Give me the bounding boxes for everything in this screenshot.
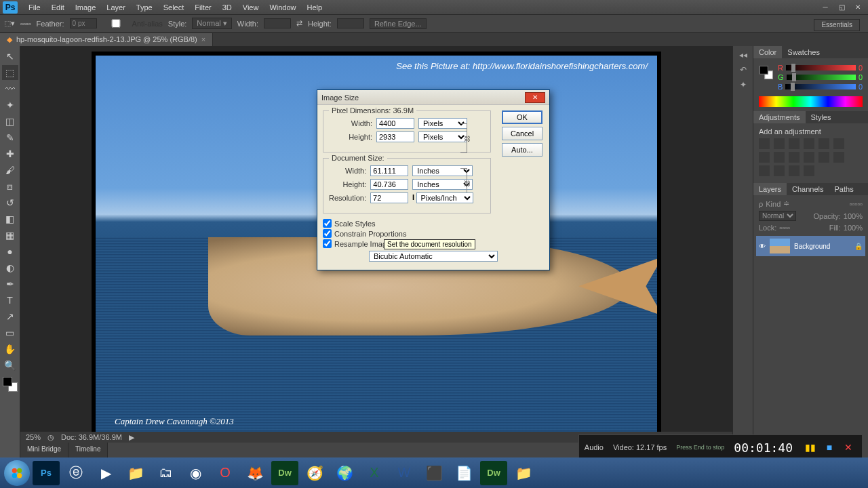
feather-input[interactable]	[70, 18, 97, 28]
menu-file[interactable]: File	[23, 3, 46, 12]
stamp-tool-icon[interactable]: ⧈	[2, 179, 18, 194]
eraser-tool-icon[interactable]: ◧	[2, 211, 18, 226]
marquee-tool-icon[interactable]: ⬚	[2, 65, 18, 80]
tab-mini-bridge[interactable]: Mini Bridge	[20, 443, 68, 458]
refine-edge-button[interactable]: Refine Edge...	[370, 18, 427, 29]
link-icon[interactable]	[460, 123, 467, 153]
blend-mode-select[interactable]: Normal	[759, 211, 796, 221]
pixel-width-input[interactable]	[376, 118, 414, 129]
style-select[interactable]: Normal ▾	[192, 18, 232, 29]
menu-view[interactable]: View	[237, 3, 264, 12]
document-tab[interactable]: ◆ hp-mosquito-lagoon-redfish-2-13.JPG @ …	[0, 33, 213, 46]
dialog-close-button[interactable]: ✕	[525, 92, 545, 103]
taskbar-app-icon[interactable]: 🧭	[301, 461, 328, 485]
eyedropper-tool-icon[interactable]: ✎	[2, 130, 18, 145]
cancel-record-button[interactable]: ✕	[840, 439, 856, 455]
minimize-button[interactable]: ─	[818, 2, 833, 13]
menu-3d[interactable]: 3D	[217, 3, 237, 12]
menu-edit[interactable]: Edit	[46, 3, 70, 12]
brush-tool-icon[interactable]: 🖌	[2, 163, 18, 178]
taskbar-wmp-icon[interactable]: ▶	[92, 461, 119, 485]
svg-point-2	[12, 473, 17, 478]
scale-styles-checkbox[interactable]	[323, 219, 332, 228]
maximize-button[interactable]: ◱	[834, 2, 849, 13]
start-button[interactable]	[4, 460, 30, 486]
width-input[interactable]	[264, 18, 291, 28]
taskbar-dreamweaver-icon[interactable]: Dw	[271, 461, 298, 485]
resample-checkbox[interactable]	[323, 239, 332, 248]
history-icon[interactable]: ↶	[740, 65, 747, 75]
properties-icon[interactable]: ✦	[740, 80, 747, 89]
type-tool-icon[interactable]: T	[2, 293, 18, 308]
workspace-switcher[interactable]: Essentials	[814, 19, 860, 31]
taskbar-chrome-icon[interactable]: ◉	[182, 461, 209, 485]
close-tab-icon[interactable]: ×	[201, 35, 205, 43]
wand-tool-icon[interactable]: ✦	[2, 98, 18, 113]
menu-type[interactable]: Type	[131, 3, 158, 12]
crop-tool-icon[interactable]: ◫	[2, 114, 18, 129]
pause-button[interactable]: ▮▮	[802, 439, 818, 455]
close-button[interactable]: ✕	[850, 2, 865, 13]
taskbar-excel-icon[interactable]: X	[361, 461, 388, 485]
tab-color[interactable]: Color	[753, 46, 782, 58]
resample-method-select[interactable]: Bicubic Automatic	[369, 251, 498, 262]
constrain-proportions-checkbox[interactable]	[323, 229, 332, 238]
hand-tool-icon[interactable]: ✋	[2, 342, 18, 357]
visibility-icon[interactable]: 👁	[759, 243, 766, 250]
zoom-level[interactable]: 25%	[26, 433, 41, 441]
shape-tool-icon[interactable]: ▭	[2, 325, 18, 340]
history-brush-tool-icon[interactable]: ↺	[2, 195, 18, 210]
tab-layers[interactable]: Layers	[753, 183, 787, 195]
menu-help[interactable]: Help	[302, 3, 328, 12]
pen-tool-icon[interactable]: ✒	[2, 277, 18, 291]
doc-width-input[interactable]	[370, 165, 408, 176]
tab-timeline[interactable]: Timeline	[68, 443, 108, 458]
taskbar-firefox-icon[interactable]: 🦊	[241, 461, 269, 485]
menu-layer[interactable]: Layer	[101, 3, 131, 12]
tab-swatches[interactable]: Swatches	[782, 46, 825, 58]
menu-filter[interactable]: Filter	[189, 3, 216, 12]
taskbar-app-icon[interactable]: 🗂	[152, 461, 179, 485]
taskbar-app-icon[interactable]: 📄	[450, 461, 477, 485]
taskbar-dreamweaver-icon[interactable]: Dw	[480, 461, 507, 485]
doc-height-input[interactable]	[370, 179, 408, 190]
taskbar-word-icon[interactable]: W	[391, 461, 418, 485]
tab-paths[interactable]: Paths	[829, 183, 859, 195]
path-tool-icon[interactable]: ↗	[2, 309, 18, 324]
taskbar-earth-icon[interactable]: 🌍	[331, 461, 358, 485]
resolution-input[interactable]	[370, 192, 408, 203]
taskbar-app-icon[interactable]: ⬛	[420, 461, 448, 485]
blur-tool-icon[interactable]: ●	[2, 244, 18, 259]
zoom-tool-icon[interactable]: 🔍	[2, 358, 18, 373]
marquee-tool-icon[interactable]: ⬚▾	[4, 19, 15, 28]
taskbar-ie-icon[interactable]: ⓔ	[62, 461, 90, 485]
cancel-button[interactable]: Cancel	[502, 127, 542, 140]
gradient-tool-icon[interactable]: ▦	[2, 228, 18, 243]
tab-channels[interactable]: Channels	[787, 183, 829, 195]
menu-image[interactable]: Image	[70, 3, 102, 12]
menu-select[interactable]: Select	[158, 3, 190, 12]
dialog-titlebar[interactable]: Image Size ✕	[317, 90, 549, 105]
dodge-tool-icon[interactable]: ◐	[2, 260, 18, 275]
tab-styles[interactable]: Styles	[806, 111, 837, 123]
tab-adjustments[interactable]: Adjustments	[753, 111, 806, 123]
color-swatches[interactable]	[3, 377, 18, 392]
layer-row[interactable]: 👁 Background 🔒	[756, 236, 865, 256]
taskbar-app-icon[interactable]: 📁	[510, 461, 537, 485]
healing-tool-icon[interactable]: ✚	[2, 146, 18, 161]
taskbar-opera-icon[interactable]: O	[212, 461, 239, 485]
antialias-checkbox[interactable]: Anti-alias	[102, 19, 163, 28]
width-label: Width:	[237, 20, 258, 28]
lasso-tool-icon[interactable]: 〰	[2, 81, 18, 96]
pixel-height-input[interactable]	[376, 131, 414, 142]
stop-button[interactable]: ■	[821, 439, 837, 455]
color-spectrum[interactable]	[759, 96, 863, 107]
ok-button[interactable]: OK	[502, 110, 542, 124]
taskbar-explorer-icon[interactable]: 📁	[122, 461, 149, 485]
height-input[interactable]	[337, 18, 364, 28]
auto-button[interactable]: Auto...	[502, 143, 542, 157]
move-tool-icon[interactable]: ↖	[2, 49, 18, 64]
resolution-unit[interactable]: Pixels/Inch	[416, 192, 473, 203]
taskbar-photoshop-icon[interactable]: Ps	[33, 461, 60, 485]
menu-window[interactable]: Window	[264, 3, 301, 12]
